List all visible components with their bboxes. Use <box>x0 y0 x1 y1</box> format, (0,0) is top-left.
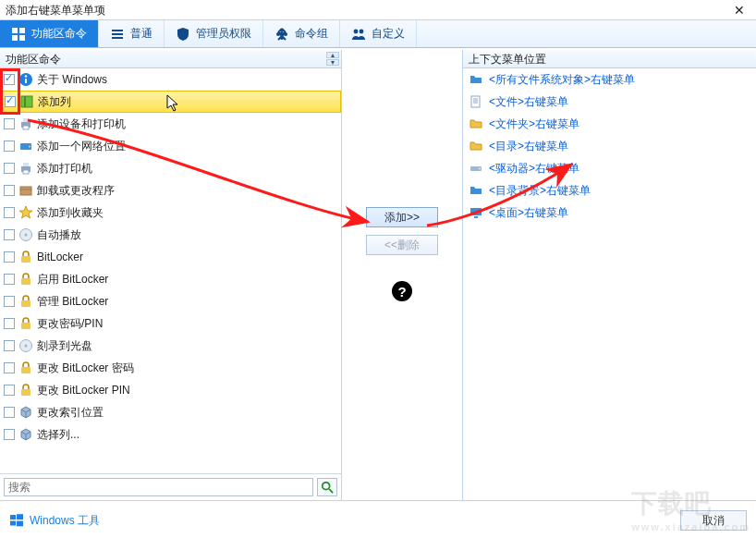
close-icon[interactable]: ✕ <box>728 0 750 20</box>
svg-rect-16 <box>21 96 32 107</box>
list-item-label: 自动播放 <box>37 227 337 243</box>
list-item[interactable]: 添加列 <box>0 91 341 113</box>
search-input[interactable] <box>4 478 313 496</box>
toolbar-group[interactable]: 命令组 <box>263 20 340 47</box>
green-box-icon <box>19 94 34 109</box>
context-location-item[interactable]: <目录背景>右键菜单 <box>463 179 756 202</box>
toolbar-common[interactable]: 普通 <box>99 20 165 47</box>
list-item[interactable]: 更改索引位置 <box>0 401 341 423</box>
list-item-label: 添加一个网络位置 <box>37 139 337 154</box>
list-item[interactable]: 关于 Windows <box>0 68 341 91</box>
svg-rect-43 <box>10 515 16 520</box>
context-location-item[interactable]: <目录>右键菜单 <box>463 135 756 157</box>
list-item[interactable]: 启用 BitLocker <box>0 268 341 290</box>
svg-rect-35 <box>21 367 30 373</box>
checkbox[interactable] <box>4 185 15 196</box>
lock-y-icon <box>18 383 33 397</box>
diamond-icon <box>274 27 289 42</box>
context-location-item[interactable]: <驱动器>右键菜单 <box>463 157 756 179</box>
list-item[interactable]: 添加打印机 <box>0 157 341 179</box>
context-location-label: <目录>右键菜单 <box>489 139 568 154</box>
add-button[interactable]: 添加>> <box>366 207 438 227</box>
checkbox[interactable] <box>4 251 15 263</box>
people-icon <box>351 27 366 42</box>
checkbox[interactable] <box>4 429 15 440</box>
help-icon[interactable]: ? <box>392 281 412 301</box>
checkbox[interactable] <box>4 229 15 240</box>
context-location-item[interactable]: <文件夹>右键菜单 <box>463 113 756 135</box>
info-blue-icon <box>18 72 33 87</box>
toolbar-label: 命令组 <box>295 26 328 42</box>
checkbox[interactable] <box>4 340 15 351</box>
checkbox[interactable] <box>4 207 15 218</box>
disc-icon <box>18 338 33 353</box>
checkbox[interactable] <box>4 274 15 285</box>
checkbox[interactable] <box>5 96 16 107</box>
checkbox[interactable] <box>4 163 15 174</box>
command-list[interactable]: 关于 Windows添加列添加设备和打印机添加一个网络位置添加打印机卸载或更改程… <box>0 68 341 473</box>
svg-rect-31 <box>21 300 30 307</box>
star-icon <box>18 205 33 220</box>
checkbox[interactable] <box>4 362 15 373</box>
context-location-item[interactable]: <文件>右键菜单 <box>463 91 756 113</box>
list-item[interactable]: 刻录到光盘 <box>0 335 341 357</box>
svg-point-37 <box>323 483 330 490</box>
context-location-item[interactable]: <桌面>右键菜单 <box>463 202 756 224</box>
footer: Windows 工具 取消 <box>0 503 756 538</box>
svg-point-11 <box>354 29 359 33</box>
remove-button[interactable]: <<删除 <box>366 235 438 255</box>
folder-blue-icon <box>469 183 483 198</box>
cancel-button[interactable]: 取消 <box>680 510 747 531</box>
svg-rect-1 <box>19 28 25 33</box>
toolbar-label: 普通 <box>130 26 152 42</box>
checkbox[interactable] <box>4 296 15 307</box>
list-item[interactable]: 更改密码/PIN <box>0 312 341 335</box>
svg-rect-41 <box>470 208 482 215</box>
list-item[interactable]: 添加到收藏夹 <box>0 202 341 224</box>
left-scroll-buttons[interactable]: ▴▾ <box>326 52 341 66</box>
toolbar-label: 自定义 <box>372 26 405 42</box>
svg-rect-17 <box>24 96 26 107</box>
toolbar-label: 功能区命令 <box>31 26 87 42</box>
printer-icon <box>18 161 33 176</box>
svg-point-40 <box>479 168 481 170</box>
windows-tools-link[interactable]: Windows 工具 <box>9 513 100 529</box>
checkbox[interactable] <box>4 74 15 85</box>
svg-rect-2 <box>12 35 18 41</box>
context-location-label: <桌面>右键菜单 <box>489 205 568 221</box>
search-button[interactable] <box>317 478 337 496</box>
list-item[interactable]: 更改 BitLocker 密码 <box>0 357 341 379</box>
svg-rect-5 <box>112 33 123 35</box>
toolbar-ribbon-commands[interactable]: 功能区命令 <box>0 20 99 47</box>
context-location-item[interactable]: <所有文件系统对象>右键菜单 <box>463 68 756 91</box>
svg-point-9 <box>284 32 287 36</box>
list-item[interactable]: 管理 BitLocker <box>0 290 341 312</box>
context-location-list[interactable]: <所有文件系统对象>右键菜单<文件>右键菜单<文件夹>右键菜单<目录>右键菜单<… <box>463 68 756 500</box>
cube-icon <box>18 405 33 420</box>
list-item[interactable]: 自动播放 <box>0 224 341 246</box>
checkbox[interactable] <box>4 385 15 396</box>
list-item[interactable]: 选择列... <box>0 423 341 446</box>
checkbox[interactable] <box>4 407 15 418</box>
checkbox[interactable] <box>4 141 15 152</box>
left-panel: 功能区命令 ▴▾ 关于 Windows添加列添加设备和打印机添加一个网络位置添加… <box>0 50 342 500</box>
checkbox[interactable] <box>4 318 15 329</box>
list-item[interactable]: 添加一个网络位置 <box>0 135 341 157</box>
toolbar-admin[interactable]: 管理员权限 <box>165 20 263 47</box>
lock-y-icon <box>18 250 33 264</box>
shield-icon <box>176 27 190 42</box>
toolbar-custom[interactable]: 自定义 <box>340 20 417 47</box>
menu-icon <box>110 27 125 42</box>
svg-rect-46 <box>17 521 23 527</box>
svg-point-34 <box>25 345 28 348</box>
list-item[interactable]: BitLocker <box>0 246 341 268</box>
doc-icon <box>469 94 483 109</box>
box-icon <box>18 183 33 198</box>
svg-rect-25 <box>23 170 29 174</box>
svg-point-15 <box>25 75 27 77</box>
checkbox[interactable] <box>4 118 15 129</box>
list-item[interactable]: 更改 BitLocker PIN <box>0 379 341 401</box>
list-item[interactable]: 添加设备和打印机 <box>0 113 341 135</box>
grid-icon <box>11 27 26 42</box>
list-item[interactable]: 卸载或更改程序 <box>0 179 341 202</box>
